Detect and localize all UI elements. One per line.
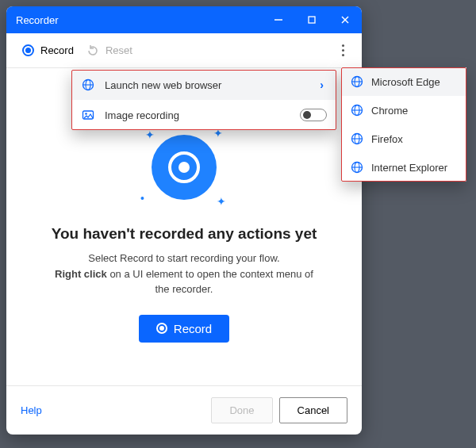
globe-icon [351,75,363,88]
empty-line2-rest: on a UI element to open the context menu… [107,268,313,296]
svg-point-8 [85,113,87,115]
record-button[interactable]: Record [139,315,229,343]
image-recording-item[interactable]: Image recording [71,100,336,130]
globe-icon [351,132,363,145]
browser-submenu: Microsoft Edge Chrome Firefox Internet E… [341,67,466,182]
empty-bold: Right click [55,268,107,280]
sparkle-icon: ✦ [145,128,155,141]
record-button-label: Record [174,322,212,335]
empty-illustration: ✦ ✦ • ✦ [140,124,228,211]
image-icon [81,108,95,122]
browser-option-firefox[interactable]: Firefox [341,124,466,153]
record-ring-icon [156,323,167,334]
camera-circle [152,135,217,200]
sparkle-icon: • [140,192,144,205]
minimize-button[interactable] [262,6,295,33]
options-dropdown: Launch new web browser › Image recording [71,70,336,130]
browser-label: Firefox [371,133,403,145]
globe-icon [351,161,363,174]
more-options-button[interactable] [333,41,352,60]
kebab-icon [342,49,344,52]
browser-option-ie[interactable]: Internet Explorer [341,153,466,182]
empty-subtext: Select Record to start recording your fl… [49,251,319,297]
svg-rect-1 [309,17,315,23]
empty-heading: You haven't recorded any actions yet [52,225,317,243]
cancel-button[interactable]: Cancel [279,397,347,423]
browser-label: Microsoft Edge [371,76,440,88]
window-title: Recorder [16,14,262,26]
launch-browser-label: Launch new web browser [105,79,320,91]
globe-icon [351,104,363,117]
record-toggle[interactable]: Record [16,40,80,61]
empty-line1: Select Record to start recording your fl… [88,252,279,264]
help-link[interactable]: Help [21,404,42,416]
footer: Help Done Cancel [6,385,362,435]
globe-icon [81,78,95,92]
browser-option-chrome[interactable]: Chrome [341,96,466,124]
done-button[interactable]: Done [211,397,272,423]
minimize-icon [274,15,283,25]
record-label: Record [40,44,74,56]
launch-browser-item[interactable]: Launch new web browser › [71,70,336,100]
titlebar: Recorder [6,6,362,33]
record-icon [22,44,34,56]
reset-label: Reset [106,44,132,56]
chevron-right-icon: › [320,78,324,91]
reset-icon [86,44,99,57]
maximize-button[interactable] [295,6,328,33]
sparkle-icon: ✦ [217,195,226,208]
toolbar: Record Reset [6,33,362,68]
lens-icon [168,151,200,183]
browser-option-edge[interactable]: Microsoft Edge [341,67,466,96]
browser-label: Chrome [371,105,408,117]
reset-button[interactable]: Reset [80,40,139,62]
close-button[interactable] [328,6,362,33]
image-recording-label: Image recording [105,109,300,121]
close-icon [340,15,350,25]
browser-label: Internet Explorer [371,162,447,174]
image-recording-toggle[interactable] [300,109,327,121]
maximize-icon [307,15,317,25]
